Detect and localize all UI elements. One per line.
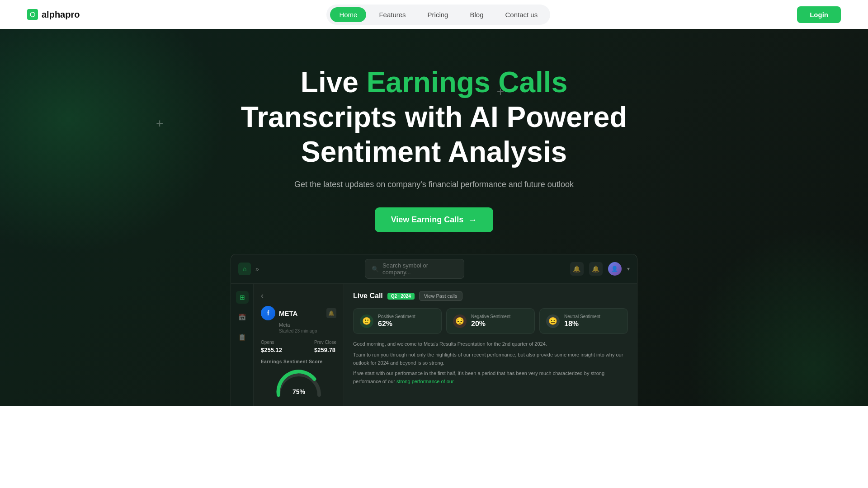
transcript-line-2: Team to run you through not only the hig… <box>353 351 628 367</box>
back-button[interactable]: ‹ <box>261 291 336 300</box>
positive-label: Positive Sentiment <box>378 314 415 319</box>
hero-title: Live Earnings Calls Transcripts with AI … <box>231 65 637 169</box>
user-avatar[interactable]: 👤 <box>608 262 622 276</box>
nav-blog[interactable]: Blog <box>461 7 492 22</box>
transcript-line-3: If we start with our performance in the … <box>353 370 628 385</box>
positive-sentiment-card: 🙂 Positive Sentiment 62% <box>353 308 442 334</box>
neutral-sentiment-card: 😐 Neutral Sentiment 18% <box>539 308 628 334</box>
transcript-line-1: Good morning, and welcome to Meta's Resu… <box>353 340 628 348</box>
negative-icon: 😔 <box>453 314 467 328</box>
navbar: ⬡ alphapro Home Features Pricing Blog Co… <box>0 0 868 29</box>
neutral-icon: 😐 <box>546 314 560 328</box>
db-home-icon: ⌂ <box>238 263 251 275</box>
negative-value: 20% <box>471 320 510 328</box>
search-icon: 🔍 <box>372 266 379 272</box>
negative-info: Negative Sentiment 20% <box>471 314 510 328</box>
avatar-chevron-icon: ▾ <box>627 266 630 272</box>
positive-value: 62% <box>378 320 415 328</box>
gauge-container: 75% <box>261 368 336 397</box>
nav-home[interactable]: Home <box>330 7 366 22</box>
live-call-panel: Live Call Q2 · 2024 View Past calls 🙂 Po… <box>344 284 637 406</box>
db-nav-right: 🔔 🔔 👤 ▾ <box>570 262 630 276</box>
stock-alert-icon[interactable]: 🔔 <box>326 308 336 318</box>
decorative-plus-topleft: + <box>156 117 163 130</box>
live-call-title: Live Call <box>353 292 383 300</box>
db-sidebar: ⊞ 📅 📋 <box>231 284 254 406</box>
opens-label: Opens <box>261 340 282 345</box>
stock-panel: ‹ f META 🔔 Meta Started 23 min ago Opens… <box>254 284 344 406</box>
negative-label: Negative Sentiment <box>471 314 510 319</box>
dashboard-preview: ⌂ » 🔍 Search symbol or company... 🔔 🔔 👤 … <box>231 254 637 406</box>
sentiment-cards: 🙂 Positive Sentiment 62% 😔 Negative Sent… <box>353 308 628 334</box>
stock-name-label: Meta <box>261 322 336 328</box>
neutral-value: 18% <box>564 320 600 328</box>
hero-title-prefix: Live <box>301 66 367 99</box>
nav-features[interactable]: Features <box>370 7 415 22</box>
sidebar-grid-icon[interactable]: ⊞ <box>236 291 249 304</box>
notification-bell-icon[interactable]: 🔔 <box>570 262 584 276</box>
positive-icon: 🙂 <box>360 314 373 328</box>
sidebar-calendar-icon[interactable]: 📅 <box>236 311 249 324</box>
db-content: ‹ f META 🔔 Meta Started 23 min ago Opens… <box>254 284 637 406</box>
stock-symbol: META <box>279 310 297 317</box>
logo: ⬡ alphapro <box>27 9 80 20</box>
nav-links: Home Features Pricing Blog Contact us <box>326 5 550 25</box>
sentiment-score-label: Earnings Sentiment Score <box>261 359 336 364</box>
quarter-badge: Q2 · 2024 <box>387 293 415 300</box>
stock-time-label: Started 23 min ago <box>261 328 336 333</box>
db-chevrons-icon: » <box>255 265 259 272</box>
cta-arrow-icon: → <box>468 215 477 225</box>
alert-bell-icon[interactable]: 🔔 <box>589 262 603 276</box>
hero-title-suffix: Transcripts with AI Powered Sentiment An… <box>241 101 627 168</box>
logo-icon: ⬡ <box>27 9 38 20</box>
opens-value: $255.12 <box>261 347 282 353</box>
transcript-highlight: strong performance of our <box>396 379 454 384</box>
db-body: ⊞ 📅 📋 ‹ f META 🔔 Meta Started 23 min ago <box>231 284 637 406</box>
opens-item: Opens $255.12 <box>261 340 282 354</box>
hero-section: + + + Live Earnings Calls Transcripts wi… <box>0 29 868 406</box>
sentiment-gauge: 75% <box>274 368 324 397</box>
prev-close-item: Prev Close $259.78 <box>314 340 336 354</box>
prev-close-label: Prev Close <box>314 340 336 345</box>
nav-contact[interactable]: Contact us <box>496 7 547 22</box>
hero-title-green: Earnings Calls <box>367 66 568 99</box>
neutral-label: Neutral Sentiment <box>564 314 600 319</box>
past-calls-button[interactable]: View Past calls <box>419 291 462 301</box>
positive-info: Positive Sentiment 62% <box>378 314 415 328</box>
hero-subtitle: Get the latest updates on company's fina… <box>294 180 574 189</box>
live-call-header: Live Call Q2 · 2024 View Past calls <box>353 291 628 301</box>
below-hero-section <box>0 406 868 488</box>
stock-header: f META 🔔 <box>261 306 336 320</box>
meta-logo: f <box>261 306 275 320</box>
db-navbar: ⌂ » 🔍 Search symbol or company... 🔔 🔔 👤 … <box>231 254 637 284</box>
nav-pricing[interactable]: Pricing <box>419 7 458 22</box>
logo-text: alphapro <box>42 9 80 20</box>
login-button[interactable]: Login <box>797 6 841 23</box>
db-nav-left: ⌂ » <box>238 263 259 275</box>
negative-sentiment-card: 😔 Negative Sentiment 20% <box>446 308 535 334</box>
sidebar-docs-icon[interactable]: 📋 <box>236 331 249 343</box>
db-search-bar[interactable]: 🔍 Search symbol or company... <box>365 259 464 279</box>
transcript-area: Good morning, and welcome to Meta's Resu… <box>353 340 628 385</box>
neutral-info: Neutral Sentiment 18% <box>564 314 600 328</box>
view-earnings-button[interactable]: View Earning Calls → <box>375 207 494 232</box>
search-placeholder: Search symbol or company... <box>382 262 458 276</box>
svg-text:75%: 75% <box>292 388 305 395</box>
prev-close-value: $259.78 <box>314 347 335 353</box>
price-row: Opens $255.12 Prev Close $259.78 <box>261 340 336 354</box>
cta-label: View Earning Calls <box>391 215 464 225</box>
